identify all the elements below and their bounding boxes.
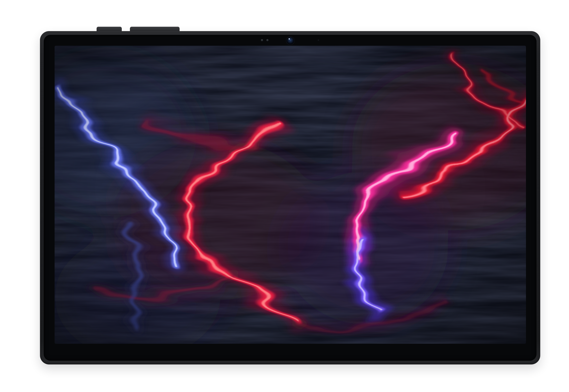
- wallpaper-vignette: [55, 46, 526, 344]
- microphone-hole: [318, 39, 319, 41]
- sensor-dot-right: [266, 39, 268, 41]
- camera-lens-glint: [289, 38, 290, 40]
- front-camera: [286, 37, 294, 44]
- wallpaper-art: [55, 46, 526, 344]
- page-background: { "page": { "background_color": "#ffffff…: [0, 0, 569, 392]
- sensor-dot-left: [261, 39, 263, 41]
- tablet-device: [40, 31, 540, 364]
- tablet-screen: [55, 46, 526, 344]
